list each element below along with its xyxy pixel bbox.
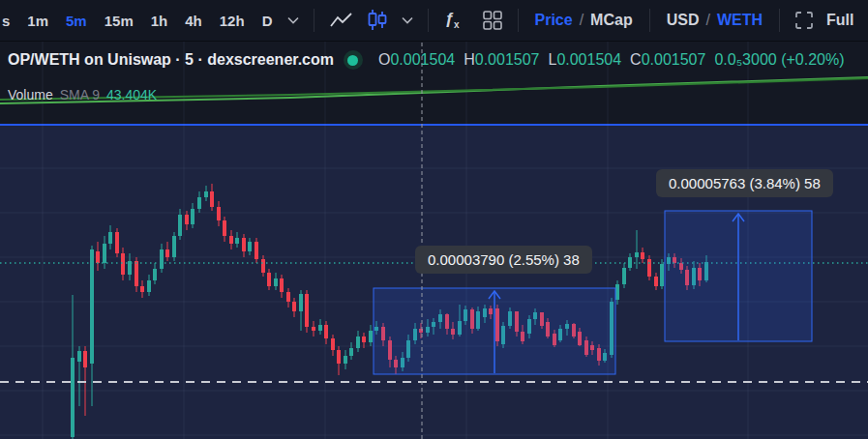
measure-label: 0.00003790 (2.55%) 38: [415, 246, 592, 274]
line-chart-icon[interactable]: [322, 12, 360, 29]
status-dot-icon: [344, 50, 363, 70]
chevron-down-icon[interactable]: [281, 16, 306, 24]
timeframe-4h[interactable]: 4h: [176, 13, 211, 29]
timeframe-12h[interactable]: 12h: [211, 13, 254, 29]
timeframe-1h[interactable]: 1h: [142, 13, 177, 29]
mcap-option[interactable]: MCap: [590, 12, 633, 29]
ohlc-values: O0.001504 H0.001507 L0.001504 C0.001507 …: [378, 51, 845, 69]
fullscreen-brackets-icon[interactable]: [788, 11, 821, 30]
layout-grid-icon[interactable]: [475, 10, 510, 31]
usd-weth-toggle: USD / WETH: [658, 12, 771, 29]
toolbar-divider: [428, 9, 429, 32]
volume-value: 43.404K: [106, 87, 157, 102]
toggle-slash: /: [580, 12, 584, 29]
high-value: 0.001507: [475, 51, 540, 69]
toolbar-divider: [779, 9, 780, 32]
toggle-slash: /: [705, 12, 709, 29]
close-value: 0.001507: [642, 51, 706, 69]
measure-label: 0.00005763 (3.84%) 58: [656, 169, 833, 197]
sma-label: SMA 9: [60, 87, 100, 102]
timeframe-s[interactable]: s: [0, 13, 18, 29]
timeframe-15m[interactable]: 15m: [96, 13, 142, 29]
toolbar-divider: [649, 9, 650, 32]
low-label: L: [548, 51, 556, 69]
open-value: 0.001504: [390, 51, 455, 69]
timeframe-D[interactable]: D: [254, 13, 282, 29]
chart-toolbar: s1m5m15m1h4h12hD ƒx Price / MCap: [0, 0, 868, 42]
candles-style-icon[interactable]: [360, 9, 395, 32]
toolbar-divider: [314, 9, 314, 32]
price-mcap-toggle: Price / MCap: [526, 12, 642, 29]
indicators-fx-icon[interactable]: ƒx: [436, 10, 466, 30]
low-value: 0.001504: [556, 51, 621, 69]
symbol-legend-row: OP/WETH on Uniswap · 5 · dexscreener.com…: [8, 50, 845, 70]
timeframe-5m[interactable]: 5m: [57, 13, 96, 29]
fullscreen-label[interactable]: Full: [826, 12, 853, 29]
timeframe-1m[interactable]: 1m: [18, 13, 57, 29]
price-option[interactable]: Price: [535, 12, 573, 29]
usd-option[interactable]: USD: [667, 12, 700, 29]
pane-separator[interactable]: [0, 124, 868, 126]
toolbar-divider: [518, 9, 519, 32]
chevron-down-icon[interactable]: [395, 16, 420, 24]
close-label: C: [630, 51, 642, 69]
open-label: O: [378, 51, 390, 69]
symbol-title[interactable]: OP/WETH on Uniswap · 5 · dexscreener.com: [8, 51, 334, 69]
volume-label: Volume: [8, 87, 53, 102]
high-label: H: [464, 51, 475, 69]
change-value: 0.0₅3000 (+0.20%): [714, 51, 844, 69]
volume-legend-row: Volume SMA 9 43.404K: [8, 87, 157, 102]
weth-option[interactable]: WETH: [717, 12, 763, 29]
timeframe-group: s1m5m15m1h4h12hD: [0, 13, 281, 29]
